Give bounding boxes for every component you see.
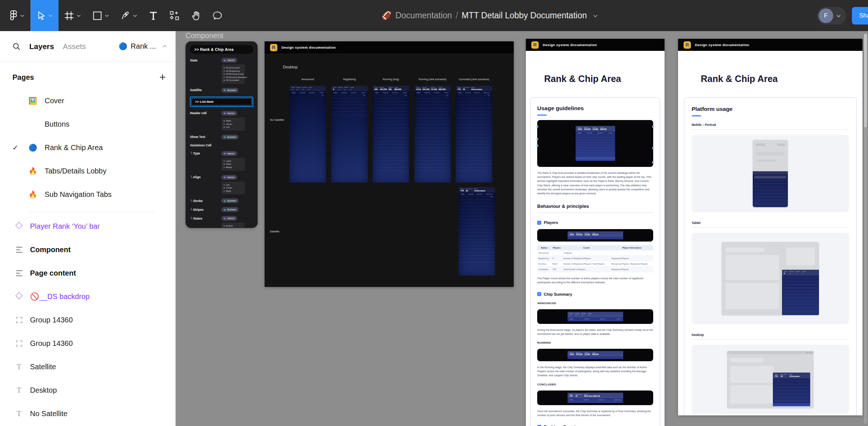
chevron-down-icon[interactable]: [20, 14, 25, 17]
chevron-down-icon[interactable]: [836, 12, 841, 19]
section-icon: [16, 270, 22, 276]
sidebar-layer-item[interactable]: Component: [0, 238, 175, 261]
layer-label: Player Rank ‘You’ bar: [30, 222, 100, 231]
sidebar-layer-item[interactable]: Player Rank ‘You’ bar: [0, 214, 175, 238]
variant-option[interactable]: Center: [224, 123, 243, 126]
variant-option[interactable]: Disabled: [224, 228, 243, 228]
leaderboard-thumbnail: Players–Average–Smallest–Largest– RANKPL…: [289, 86, 326, 183]
canvas-section-label[interactable]: Component: [186, 31, 223, 40]
platform-usage-page[interactable]: R Design system documentation Rank & Chi…: [678, 39, 863, 415]
current-page-chip[interactable]: 🔵 Rank ...: [119, 42, 167, 51]
sidebar-page-item[interactable]: 🔥Tabs/Details Lobby: [0, 159, 175, 183]
account-menu[interactable]: F: [817, 7, 846, 25]
boolean-badge[interactable]: ◉Boolean: [221, 135, 239, 139]
boolean-badge[interactable]: ◉Boolean: [221, 198, 239, 203]
pen-tool[interactable]: [115, 0, 143, 31]
layer-label: Page content: [30, 269, 76, 277]
doc-header-bar: R Design system documentation: [526, 39, 665, 51]
hand-tool[interactable]: [186, 0, 207, 31]
annotation-dot: [536, 138, 538, 140]
variant-badge[interactable]: ◆Variant: [221, 175, 237, 180]
resources-tool[interactable]: [164, 0, 186, 31]
variant-badge[interactable]: ◆Variant: [221, 151, 237, 156]
avatar[interactable]: F: [819, 8, 833, 23]
variant-badge[interactable]: ◆Variant: [221, 58, 237, 63]
states-overview-frame[interactable]: R Design system documentation Desktop No…: [265, 41, 514, 287]
usage-guidelines-page[interactable]: R Design system documentation Rank & Chi…: [526, 39, 665, 426]
breadcrumb-project[interactable]: Documentation: [395, 11, 452, 20]
variant-option[interactable]: 03 Running (Samples): [224, 76, 243, 79]
property-row: └ Type◆Variant: [190, 151, 253, 156]
chevron-down-icon[interactable]: [48, 14, 53, 17]
variant-option[interactable]: Left: [224, 183, 243, 187]
table-row: Running4/119Number of Registered Players…: [537, 261, 653, 267]
selected-layer-outline[interactable]: >> List-Item: [190, 97, 253, 107]
canvas-scrollbar[interactable]: [864, 33, 867, 424]
variant-option[interactable]: 01 Announced: [224, 66, 243, 70]
group-icon: [16, 317, 22, 323]
frame-tool[interactable]: [59, 0, 87, 31]
sidebar-layer-item[interactable]: TDesktop: [0, 378, 175, 402]
variant-badge[interactable]: ◆Variant: [221, 111, 237, 116]
doc-content-blocks: The Rank & Chip Area provides a detailed…: [537, 171, 653, 426]
shape-tool[interactable]: [87, 0, 115, 31]
tab-assets[interactable]: Assets: [63, 42, 86, 51]
variant-badge[interactable]: ◆Variant: [221, 216, 237, 221]
state-label: ANNOUNCED: [537, 302, 653, 305]
share-button[interactable]: Share: [852, 7, 868, 25]
rank-chip-highlight: Players778Prize winners30WinnerAUsername: [773, 373, 810, 406]
component-title-pill[interactable]: >> Rank & Chip Area: [190, 45, 253, 54]
sidebar-layer-item[interactable]: Group 14360: [0, 332, 175, 355]
sidebar-page-item[interactable]: 🔥Sub Navigation Tabs: [0, 183, 175, 206]
sidebar-layer-item[interactable]: 🚫__DS backdrop: [0, 285, 175, 308]
scrollbar-thumb[interactable]: [864, 34, 867, 127]
breadcrumb-file-name[interactable]: MTT Detail Lobby Documentation: [462, 11, 587, 20]
sidebar-layer-item[interactable]: Page content: [0, 261, 175, 285]
sidebar-layer-item[interactable]: Group 14360: [0, 308, 175, 332]
variant-option[interactable]: Right: [224, 190, 243, 193]
variant-option[interactable]: Left: [224, 126, 243, 129]
move-tool[interactable]: [30, 0, 59, 31]
frame-icon: [64, 11, 74, 20]
tablet-screenshot: Players6Average–Smallest–Largest–: [722, 242, 819, 315]
variant-option[interactable]: Center: [224, 186, 243, 190]
variant-icon: ◆: [224, 176, 226, 178]
rank-chip-highlight: Players6Average–Smallest–Largest–: [782, 270, 819, 315]
comment-icon: [213, 11, 223, 21]
breadcrumb[interactable]: 🏈 Documentation / MTT Detail Lobby Docum…: [382, 0, 598, 31]
sidebar-layer-item[interactable]: TSatellite: [0, 355, 175, 378]
chevron-down-icon[interactable]: [593, 14, 598, 18]
variant-option[interactable]: Label: [224, 160, 243, 163]
comment-tool[interactable]: [207, 0, 229, 31]
property-row: └ Stripes◉Boolean: [190, 207, 253, 212]
chevron-down-icon[interactable]: [76, 14, 81, 17]
project-emoji: 🏈: [382, 11, 392, 20]
sidebar-layer-item[interactable]: TNo Satellite: [0, 402, 175, 425]
search-icon[interactable]: [12, 42, 20, 51]
state-column-label: Concluded (rank scenarios): [448, 78, 500, 81]
sidebar-page-item[interactable]: Buttons: [0, 112, 175, 136]
property-row: Variations Cell: [190, 143, 253, 147]
sidebar-page-item[interactable]: ✓🔵Rank & Chip Area: [0, 136, 175, 159]
main-menu[interactable]: [4, 0, 30, 31]
add-page-button[interactable]: +: [159, 72, 166, 83]
property-row: State◆Variant: [190, 58, 253, 63]
variant-option[interactable]: 02 Registering: [224, 70, 243, 73]
variant-option[interactable]: Value: [224, 162, 243, 166]
boolean-badge[interactable]: ◉Boolean: [221, 207, 239, 212]
chevron-down-icon[interactable]: [105, 14, 109, 17]
design-canvas[interactable]: Component >> Rank & Chip Area State◆Vari…: [176, 31, 868, 426]
component-properties-frame[interactable]: >> Rank & Chip Area State◆Variant01 Anno…: [186, 41, 258, 228]
text-tool[interactable]: [143, 0, 164, 31]
variant-option[interactable]: Badge: [224, 166, 243, 169]
variant-option[interactable]: 03 Running (Long): [224, 72, 243, 76]
variant-option[interactable]: Right: [224, 119, 243, 123]
variant-option[interactable]: 04 Concluded: [224, 79, 243, 82]
chevron-down-icon[interactable]: [133, 14, 137, 17]
tab-layers[interactable]: Layers: [29, 42, 54, 51]
chevron-up-icon[interactable]: [162, 45, 167, 48]
boolean-badge[interactable]: ◉Boolean: [221, 88, 239, 93]
sidebar-page-item[interactable]: 🖼️Cover: [0, 89, 175, 112]
variant-option[interactable]: Default: [224, 224, 243, 228]
selected-layer-pill[interactable]: >> List-Item: [191, 98, 252, 105]
